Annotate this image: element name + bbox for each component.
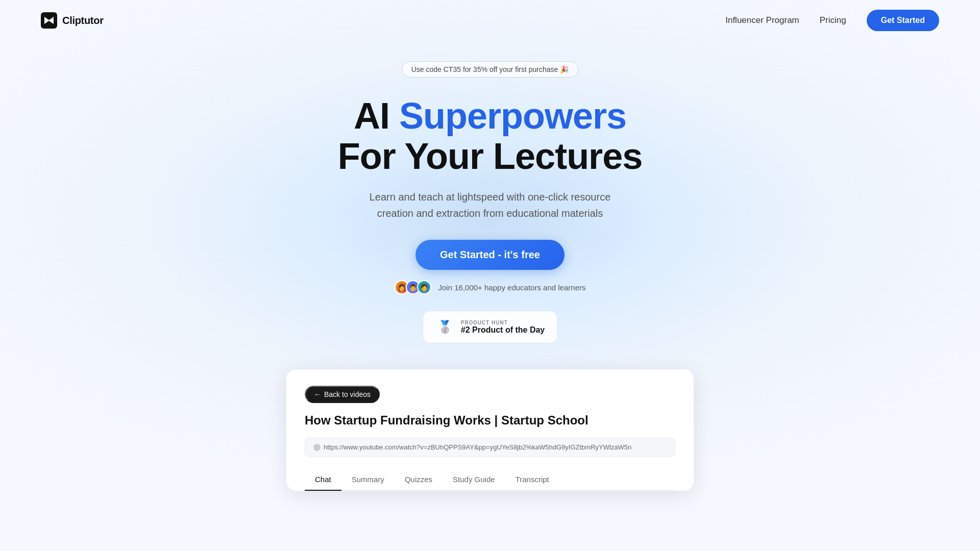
social-proof-text: Join 16,000+ happy educators and learner…: [438, 283, 586, 292]
nav-links: Influencer Program Pricing Get Started: [725, 10, 939, 31]
hero-title: AI Superpowers For Your Lectures: [338, 96, 642, 177]
logo-text: Cliptutor: [62, 15, 104, 27]
ph-rank: #2 Product of the Day: [461, 325, 545, 335]
navbar: Cliptutor Influencer Program Pricing Get…: [0, 0, 980, 41]
demo-section: ← Back to videos How Startup Fundraising…: [0, 369, 980, 491]
logo-area[interactable]: Cliptutor: [41, 12, 104, 29]
tab-transcript[interactable]: Transcript: [505, 469, 559, 491]
back-to-videos-button[interactable]: ← Back to videos: [305, 386, 380, 403]
hero-title-ai: AI: [354, 95, 399, 136]
social-proof: 👩 👨 🧑 Join 16,000+ happy educators and l…: [395, 280, 586, 294]
product-hunt-badge[interactable]: 🥈 PRODUCT HUNT #2 Product of the Day: [423, 311, 557, 343]
back-btn-label: Back to videos: [324, 390, 371, 398]
tab-study-guide[interactable]: Study Guide: [443, 469, 505, 491]
tab-chat[interactable]: Chat: [305, 469, 341, 491]
promo-text: Use code CT35 for 35% off your first pur…: [411, 65, 569, 73]
url-value: https://www.youtube.com/watch?v=zBUhQPPS…: [324, 443, 631, 451]
ph-label: PRODUCT HUNT: [461, 320, 508, 325]
hero-title-line2: For Your Lectures: [338, 136, 642, 177]
nav-get-started-button[interactable]: Get Started: [867, 10, 939, 31]
back-arrow-icon: ←: [314, 390, 321, 398]
url-bar[interactable]: https://www.youtube.com/watch?v=zBUhQPPS…: [305, 438, 675, 457]
avatar-3: 🧑: [417, 280, 431, 294]
ph-text-group: PRODUCT HUNT #2 Product of the Day: [461, 320, 545, 335]
hero-cta-button[interactable]: Get Started - it's free: [415, 240, 565, 270]
video-title: How Startup Fundraising Works | Startup …: [305, 413, 675, 428]
avatars: 👩 👨 🧑: [395, 280, 433, 294]
tab-quizzes[interactable]: Quizzes: [395, 469, 443, 491]
hero-title-superpowers: Superpowers: [399, 95, 626, 136]
nav-pricing[interactable]: Pricing: [820, 15, 846, 26]
nav-influencer-program[interactable]: Influencer Program: [725, 15, 799, 26]
url-icon: [313, 444, 321, 451]
demo-card: ← Back to videos How Startup Fundraising…: [286, 369, 694, 491]
tab-summary[interactable]: Summary: [341, 469, 395, 491]
logo-icon: [41, 12, 57, 29]
ph-medal-icon: 🥈: [435, 317, 455, 337]
tab-bar: Chat Summary Quizzes Study Guide Transcr…: [305, 469, 675, 491]
hero-subtitle: Learn and teach at lightspeed with one-c…: [357, 189, 623, 221]
promo-badge[interactable]: Use code CT35 for 35% off your first pur…: [402, 61, 579, 78]
hero-section: Use code CT35 for 35% off your first pur…: [0, 41, 980, 343]
